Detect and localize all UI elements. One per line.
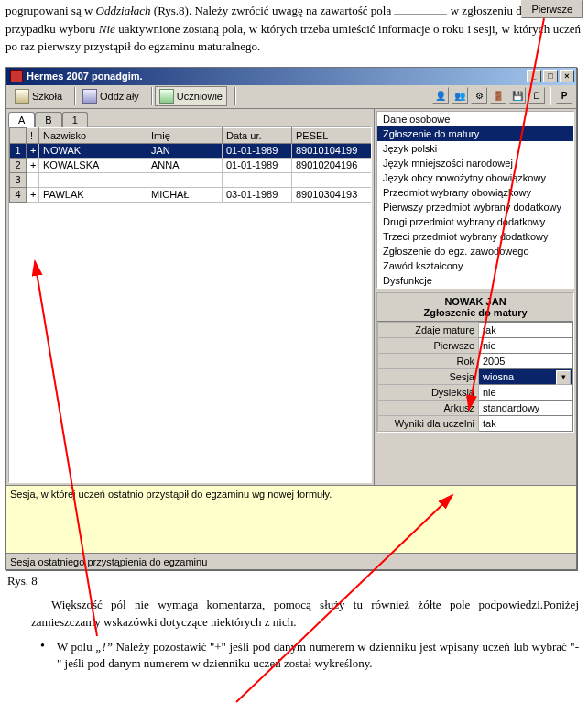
detail-row: Arkuszstandardowy bbox=[378, 400, 573, 415]
toolbar-szkola[interactable]: Szkoła bbox=[10, 86, 67, 106]
cell-mark[interactable]: - bbox=[27, 172, 39, 187]
section-item[interactable]: Język obcy nowożytny obowiązkowy bbox=[377, 170, 573, 185]
students-grid[interactable]: ! Nazwisko Imię Data ur. PESEL 1+NOWAKJA… bbox=[8, 126, 372, 483]
cell-data[interactable]: 01-01-1989 bbox=[223, 158, 292, 172]
detail-row: Wyniki dla uczelnitak bbox=[378, 415, 573, 431]
cell-mark[interactable]: + bbox=[27, 143, 39, 158]
cell-pesel[interactable]: 89010204196 bbox=[292, 158, 373, 172]
toolbar-uczniowie[interactable]: Uczniowie bbox=[155, 86, 227, 106]
row-number: 3 bbox=[10, 172, 27, 187]
detail-key: Rok bbox=[378, 353, 479, 368]
section-item[interactable]: Pierwszy przedmiot wybrany dodatkowy bbox=[377, 200, 573, 214]
bullet-1: W polu „!” Należy pozostawić "+" jeśli p… bbox=[0, 637, 588, 676]
minimize-button[interactable]: _ bbox=[527, 70, 541, 82]
app-icon bbox=[10, 70, 23, 82]
section-item[interactable]: Zgłoszenie do matury bbox=[377, 126, 573, 141]
row-number: 4 bbox=[10, 187, 27, 202]
details-header: NOWAK JAN Zgłoszenie do matury bbox=[377, 293, 573, 322]
pierwsze-callout-button[interactable]: Pierwsze bbox=[521, 0, 583, 18]
lbl: Szkoła bbox=[32, 91, 62, 102]
detail-key: Arkusz bbox=[378, 400, 479, 415]
detail-row: Pierwszenie bbox=[378, 337, 573, 353]
cell-nazwisko[interactable] bbox=[39, 172, 147, 187]
toolbar-p-button[interactable]: P bbox=[556, 87, 572, 104]
cell-imie[interactable]: ANNA bbox=[147, 158, 223, 172]
cell-data[interactable]: 01-01-1989 bbox=[223, 143, 292, 158]
detail-key: Dysleksja bbox=[378, 384, 479, 400]
detail-value[interactable]: 2005 bbox=[479, 353, 573, 368]
cell-data[interactable]: 03-01-1989 bbox=[223, 187, 292, 202]
gear-icon[interactable]: ⚙ bbox=[471, 87, 487, 104]
hdr-mark[interactable]: ! bbox=[27, 127, 39, 143]
app-window: Hermes 2007 ponadgim. _ □ × Szkoła Oddzi… bbox=[5, 67, 577, 570]
section-item[interactable]: Trzeci przedmiot wybrany dodatkowy bbox=[377, 229, 573, 244]
hdr-imie[interactable]: Imię bbox=[147, 127, 223, 143]
detail-key: Zdaje maturę bbox=[378, 322, 479, 337]
figure-caption: Rys. 8 bbox=[0, 570, 588, 592]
section-item[interactable]: Język mniejszości narodowej bbox=[377, 156, 573, 170]
txt: pogrupowani są w bbox=[5, 4, 96, 17]
table-row[interactable]: 4+PAWLAKMICHAŁ03-01-198989010304193 bbox=[10, 187, 373, 202]
cell-nazwisko[interactable]: KOWALSKA bbox=[39, 158, 147, 172]
row-number: 2 bbox=[10, 158, 27, 172]
cell-nazwisko[interactable]: NOWAK bbox=[39, 143, 147, 158]
em-nie: Nie bbox=[99, 22, 115, 36]
maximize-button[interactable]: □ bbox=[543, 70, 558, 82]
close-button[interactable]: × bbox=[560, 70, 574, 82]
txt: Należy pozostawić "+" jeśli pod danym nu… bbox=[57, 640, 579, 671]
detail-value[interactable]: nie bbox=[479, 337, 573, 353]
detail-key: Wyniki dla uczelni bbox=[378, 415, 479, 431]
toolbar-divider bbox=[74, 87, 76, 105]
lbl: Oddziały bbox=[100, 91, 139, 102]
save-icon[interactable]: 💾 bbox=[509, 87, 526, 104]
em-oddzialach: Oddziałach bbox=[96, 4, 151, 17]
grid-header-row: ! Nazwisko Imię Data ur. PESEL bbox=[10, 127, 373, 143]
person-icon[interactable]: 👤 bbox=[432, 87, 449, 104]
table-row[interactable]: 2+KOWALSKAANNA01-01-198989010204196 bbox=[10, 158, 373, 172]
details-panel: NOWAK JAN Zgłoszenie do matury Zdaje mat… bbox=[376, 292, 574, 433]
status-bar: Sesja ostatniego przystąpienia do egzami… bbox=[6, 553, 576, 569]
cell-mark[interactable]: + bbox=[27, 158, 39, 172]
detail-value[interactable]: tak bbox=[479, 415, 573, 431]
hdr-data[interactable]: Data ur. bbox=[223, 127, 292, 143]
hdr-nazwisko[interactable]: Nazwisko bbox=[39, 127, 147, 143]
doc-paragraph-2: Większość pól nie wymaga komentarza, pom… bbox=[0, 592, 588, 637]
cell-pesel[interactable] bbox=[292, 172, 373, 187]
section-item[interactable]: Dysfunkcje bbox=[377, 273, 573, 288]
detail-value[interactable]: tak bbox=[479, 322, 573, 337]
alpha-tab-a[interactable]: A bbox=[8, 112, 35, 127]
alpha-tab-1[interactable]: 1 bbox=[62, 112, 88, 127]
detail-key: Sesja bbox=[378, 368, 479, 384]
section-item[interactable]: Przedmiot wybrany obowiązkowy bbox=[377, 185, 573, 200]
detail-value-combo[interactable]: wiosna bbox=[479, 368, 573, 384]
calc-icon[interactable]: 🗒 bbox=[528, 87, 545, 104]
detail-row: Sesjawiosna bbox=[378, 368, 573, 384]
section-item[interactable]: Język polski bbox=[377, 141, 573, 156]
content-area: A B 1 ! Nazwisko Imię Data ur. PESEL bbox=[6, 109, 576, 485]
em-mark: „!” bbox=[95, 640, 113, 654]
table-row[interactable]: 3- bbox=[10, 172, 373, 187]
toolbar-oddzialy[interactable]: Oddziały bbox=[78, 86, 144, 106]
window-title: Hermes 2007 ponadgim. bbox=[27, 71, 143, 82]
cell-pesel[interactable]: 89010104199 bbox=[292, 143, 373, 158]
cell-imie[interactable]: MICHAŁ bbox=[147, 187, 223, 202]
section-item[interactable]: Dane osobowe bbox=[377, 112, 573, 126]
cell-imie[interactable]: JAN bbox=[147, 143, 223, 158]
cell-nazwisko[interactable]: PAWLAK bbox=[39, 187, 147, 202]
section-item[interactable]: Zgłoszenie do egz. zawodowego bbox=[377, 244, 573, 258]
cell-imie[interactable] bbox=[147, 172, 223, 187]
section-item[interactable]: Zawód kształcony bbox=[377, 258, 573, 273]
cell-data[interactable] bbox=[223, 172, 292, 187]
school-icon bbox=[15, 89, 29, 104]
cell-mark[interactable]: + bbox=[27, 187, 39, 202]
sections-list[interactable]: Dane osoboweZgłoszenie do maturyJęzyk po… bbox=[376, 111, 574, 289]
cell-pesel[interactable]: 89010304193 bbox=[292, 187, 373, 202]
people-icon[interactable]: 👥 bbox=[452, 87, 468, 104]
detail-value[interactable]: standardowy bbox=[479, 400, 573, 415]
detail-value[interactable]: nie bbox=[479, 384, 573, 400]
hdr-pesel[interactable]: PESEL bbox=[292, 127, 373, 143]
alpha-tab-b[interactable]: B bbox=[35, 112, 61, 127]
section-item[interactable]: Drugi przedmiot wybrany dodatkowy bbox=[377, 214, 573, 229]
table-row[interactable]: 1+NOWAKJAN01-01-198989010104199 bbox=[10, 143, 373, 158]
door-icon[interactable]: 🚪 bbox=[490, 87, 506, 104]
